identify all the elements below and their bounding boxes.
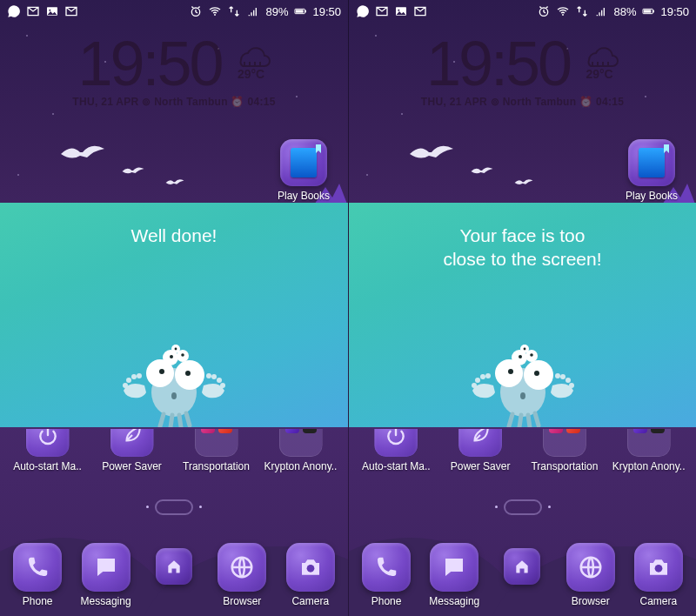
mail-icon	[375, 4, 389, 18]
clock-time: 19:50	[77, 36, 221, 92]
monster-icon	[462, 305, 584, 427]
wifi-icon	[208, 4, 222, 18]
app-auto-start[interactable]: Auto-start Ma..	[357, 429, 435, 472]
svg-point-32	[562, 14, 564, 16]
app-power-saver[interactable]: Power Saver	[93, 429, 171, 472]
app-row: Auto-start Ma.. Power Saver Transportati…	[0, 429, 348, 472]
folder-transportation[interactable]: Transportation	[177, 429, 256, 472]
app-row: Auto-start Ma.. Power Saver Transportati…	[349, 429, 696, 472]
clock-widget[interactable]: 19:50 29°C THU, 21 APR ⊚North Tambun ⏰04…	[0, 23, 348, 108]
status-time: 19:50	[660, 5, 689, 18]
svg-point-12	[220, 383, 225, 388]
mail-icon	[413, 4, 427, 18]
distance-overlay[interactable]: Well done!	[0, 203, 348, 427]
app-label: Play Books	[271, 190, 336, 202]
monster-icon	[113, 305, 235, 427]
svg-point-54	[523, 348, 525, 351]
distance-overlay[interactable]: Your face is too close to the screen!	[349, 203, 696, 427]
dock-phone[interactable]: Phone	[352, 543, 420, 607]
svg-point-57	[654, 565, 662, 572]
clock-widget[interactable]: 19:50 29°C THU, 21 APR ⊚North Tambun ⏰04…	[349, 23, 696, 108]
message-icon	[82, 543, 130, 592]
phone-icon	[362, 543, 411, 592]
whatsapp-icon	[7, 4, 21, 18]
dock-app-drawer[interactable]	[488, 543, 556, 607]
svg-point-26	[171, 392, 177, 399]
home-icon	[156, 548, 192, 585]
globe-icon	[218, 543, 266, 592]
svg-point-42	[566, 378, 571, 383]
svg-point-39	[480, 374, 485, 379]
svg-point-48	[534, 371, 539, 376]
dock-camera[interactable]: Camera	[625, 543, 693, 607]
svg-point-40	[485, 373, 491, 378]
dock-messaging[interactable]: Messaging	[72, 543, 140, 607]
phone-screen-right: 88% 19:50 19:50 29°C THU, 21 APR ⊚North …	[348, 0, 696, 616]
dock-camera[interactable]: Camera	[277, 543, 345, 607]
dock: Phone Messaging Browser Camera	[0, 543, 348, 607]
battery-pct: 88%	[613, 5, 636, 18]
svg-point-30	[398, 10, 399, 11]
whatsapp-icon	[356, 4, 370, 18]
svg-point-41	[569, 383, 574, 388]
alarm-icon	[189, 4, 203, 18]
svg-point-1	[49, 10, 50, 11]
svg-rect-35	[653, 10, 654, 13]
status-bar: 88% 19:50	[349, 0, 696, 23]
dock-messaging[interactable]: Messaging	[420, 543, 488, 607]
app-play-books[interactable]: Play Books	[271, 139, 336, 202]
svg-point-3	[214, 14, 216, 16]
app-label: Play Books	[619, 190, 684, 202]
folder-krypton[interactable]: Krypton Anony..	[610, 429, 688, 472]
dock-browser[interactable]: Browser	[557, 543, 625, 607]
photo-icon	[394, 4, 408, 18]
weather-temp: 29°C	[238, 67, 264, 81]
mail-icon	[26, 4, 40, 18]
svg-point-13	[217, 378, 222, 383]
signal-icon	[246, 4, 260, 18]
svg-point-8	[123, 383, 128, 388]
battery-pct: 89%	[265, 5, 288, 18]
clock-date: THU, 21 APR	[421, 96, 487, 108]
svg-point-28	[306, 565, 314, 572]
dock-phone[interactable]: Phone	[3, 543, 71, 607]
folder-krypton[interactable]: Krypton Anony..	[262, 429, 340, 472]
play-books-icon	[280, 139, 327, 186]
svg-point-10	[131, 374, 137, 379]
svg-point-52	[530, 353, 533, 357]
folder-transportation[interactable]: Transportation	[525, 429, 604, 472]
svg-point-9	[126, 378, 131, 383]
page-indicator[interactable]	[504, 499, 542, 515]
svg-point-50	[519, 355, 522, 358]
signal-icon	[594, 4, 608, 18]
data-icon	[575, 4, 589, 18]
clock-alarm: 04:15	[244, 96, 276, 108]
data-icon	[227, 4, 241, 18]
play-books-icon	[628, 139, 675, 186]
app-power-saver[interactable]: Power Saver	[441, 429, 519, 472]
dock-app-drawer[interactable]	[140, 543, 208, 607]
app-auto-start[interactable]: Auto-start Ma..	[9, 429, 87, 472]
svg-point-15	[206, 373, 211, 378]
svg-point-23	[181, 353, 184, 357]
clock-location: North Tambun	[499, 96, 576, 108]
dock-browser[interactable]: Browser	[208, 543, 276, 607]
svg-point-46	[508, 369, 513, 374]
globe-icon	[566, 543, 615, 592]
app-play-books[interactable]: Play Books	[619, 139, 684, 202]
svg-point-17	[159, 369, 164, 374]
page-indicator[interactable]	[155, 499, 193, 515]
svg-point-19	[185, 371, 191, 376]
overlay-message: Well done!	[105, 224, 244, 247]
svg-rect-5	[296, 10, 304, 12]
status-bar: 89% 19:50	[0, 0, 348, 23]
svg-point-14	[211, 374, 217, 379]
weather: 29°C	[580, 36, 619, 81]
mail-icon	[64, 4, 78, 18]
home-icon	[504, 548, 540, 585]
weather: 29°C	[232, 36, 271, 81]
message-icon	[430, 543, 478, 592]
battery-icon	[293, 4, 307, 18]
camera-icon	[634, 543, 683, 592]
clock-date: THU, 21 APR	[72, 96, 138, 108]
